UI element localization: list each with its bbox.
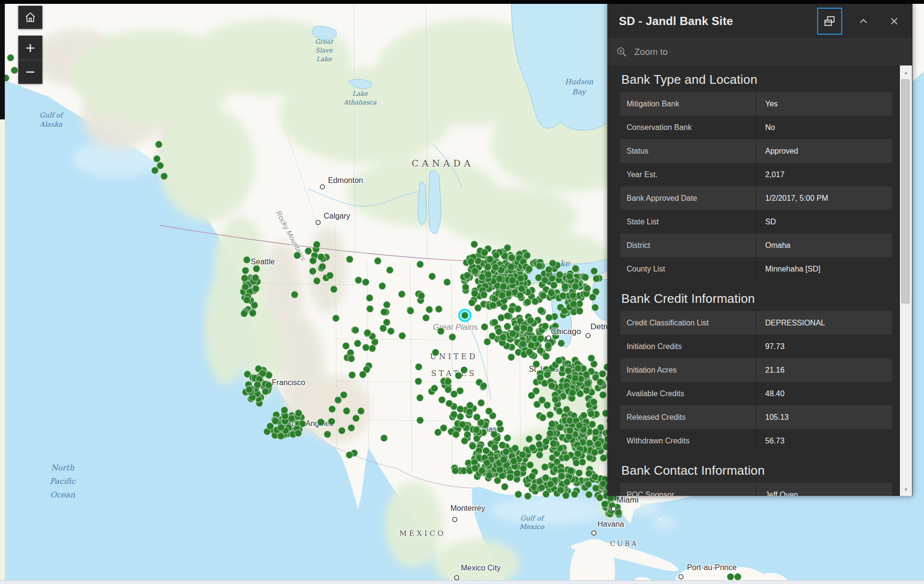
bank-site-dot[interactable] [542,474,550,481]
bank-site-dot[interactable] [515,491,522,498]
bank-site-dot[interactable] [352,326,359,334]
bank-site-dot[interactable] [254,381,261,389]
bank-site-dot[interactable] [481,249,488,256]
bank-site-dot[interactable] [565,367,572,375]
bank-site-dot[interactable] [566,427,574,434]
bank-site-dot[interactable] [569,292,577,299]
home-button[interactable] [18,6,42,29]
bank-site-dot[interactable] [545,314,552,321]
zoom-in-button[interactable]: + [18,36,42,60]
bank-site-dot[interactable] [601,501,608,508]
bank-site-dot[interactable] [508,254,515,261]
bank-site-dot[interactable] [452,431,460,438]
bank-site-dot[interactable] [536,262,543,270]
bank-site-dot[interactable] [594,441,602,448]
bank-site-dot[interactable] [512,444,519,452]
bank-site-dot[interactable] [591,304,599,311]
bank-site-dot[interactable] [532,298,539,305]
bank-site-dot[interactable] [592,485,599,492]
bank-site-dot[interactable] [7,54,14,62]
bank-site-dot[interactable] [550,440,557,447]
bank-site-dot[interactable] [537,335,544,342]
bank-site-dot[interactable] [444,279,451,286]
bank-site-dot[interactable] [576,422,583,429]
bank-site-dot[interactable] [329,405,336,413]
bank-site-dot[interactable] [496,466,503,473]
bank-site-dot[interactable] [538,484,545,492]
bank-site-dot[interactable] [570,300,577,308]
bank-site-dot[interactable] [253,265,260,273]
bank-site-dot[interactable] [359,371,366,378]
bank-site-dot[interactable] [542,438,550,445]
bank-site-dot[interactable] [347,355,355,362]
bank-site-dot[interactable] [559,292,566,299]
bank-site-dot[interactable] [600,454,607,462]
bank-site-dot[interactable] [355,276,362,284]
bank-site-dot[interactable] [572,283,579,290]
bank-site-dot[interactable] [571,491,578,498]
bank-site-dot[interactable] [596,494,603,501]
popup-scrollbar[interactable]: ▲ ▼ [900,65,912,496]
bank-site-dot[interactable] [326,272,334,279]
bank-site-dot[interactable] [514,305,522,312]
bank-site-dot[interactable] [584,285,591,292]
bank-site-dot[interactable] [509,330,516,337]
bank-site-dot[interactable] [589,421,596,428]
bank-site-dot[interactable] [471,290,478,297]
bank-site-dot[interactable] [343,407,350,415]
bank-site-dot[interactable] [588,410,595,417]
bank-site-dot[interactable] [473,435,480,442]
bank-site-dot[interactable] [449,334,456,341]
bank-site-dot[interactable] [519,340,526,348]
bank-site-dot[interactable] [415,363,423,371]
bank-site-dot[interactable] [291,291,298,298]
bank-site-dot[interactable] [566,273,573,280]
bank-site-dot[interactable] [317,418,324,426]
bank-site-dot[interactable] [467,258,475,265]
bank-site-dot[interactable] [533,361,540,368]
selected-site-dot[interactable] [462,312,468,319]
bank-site-dot[interactable] [469,442,476,450]
bank-site-dot[interactable] [599,391,606,399]
bank-site-dot[interactable] [379,283,386,290]
bank-site-dot[interactable] [330,286,337,293]
bank-site-dot[interactable] [557,487,564,494]
bank-site-dot[interactable] [526,265,533,273]
bank-site-dot[interactable] [551,282,558,289]
bank-site-dot[interactable] [502,448,510,455]
bank-site-dot[interactable] [539,414,546,421]
bank-site-dot[interactable] [575,365,582,372]
bank-site-dot[interactable] [245,386,253,393]
bank-site-dot[interactable] [486,407,493,415]
bank-site-dot[interactable] [251,301,258,309]
bank-site-dot[interactable] [398,291,406,298]
bank-site-dot[interactable] [542,353,550,360]
bank-site-dot[interactable] [437,327,445,335]
bank-site-dot[interactable] [466,408,473,415]
bank-site-dot[interactable] [426,306,433,313]
bank-site-dot[interactable] [472,268,479,275]
bank-site-dot[interactable] [455,372,462,379]
bank-site-dot[interactable] [354,340,361,347]
bank-site-dot[interactable] [734,573,742,581]
bank-site-dot[interactable] [573,459,580,467]
bank-site-dot[interactable] [541,277,549,284]
bank-site-dot[interactable] [483,459,490,467]
bank-site-dot[interactable] [526,349,533,356]
bank-site-dot[interactable] [374,258,382,265]
bank-site-dot[interactable] [348,371,356,378]
bank-site-dot[interactable] [277,424,284,431]
bank-site-dot[interactable] [475,304,482,311]
bank-site-dot[interactable] [500,283,507,290]
zoom-out-button[interactable]: − [18,60,42,84]
bank-site-dot[interactable] [452,467,459,474]
bank-site-dot[interactable] [585,481,592,488]
bank-site-dot[interactable] [569,389,576,396]
bank-site-dot[interactable] [161,173,168,180]
bank-site-dot[interactable] [576,469,583,477]
bank-site-dot[interactable] [563,454,570,461]
bank-site-dot[interactable] [528,392,535,399]
bank-site-dot[interactable] [508,353,515,361]
bank-site-dot[interactable] [491,319,498,326]
bank-site-dot[interactable] [295,429,302,437]
